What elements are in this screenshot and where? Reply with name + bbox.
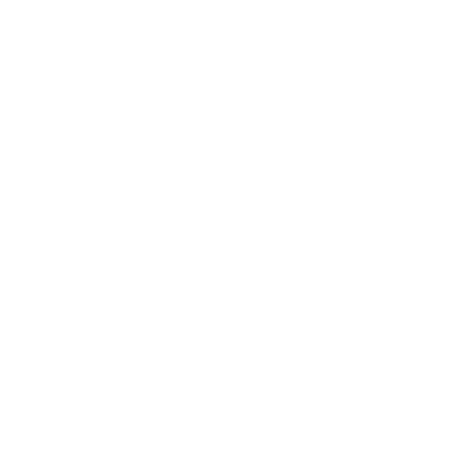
bottleneck-chart [0,0,476,476]
chart-frame [0,0,476,476]
